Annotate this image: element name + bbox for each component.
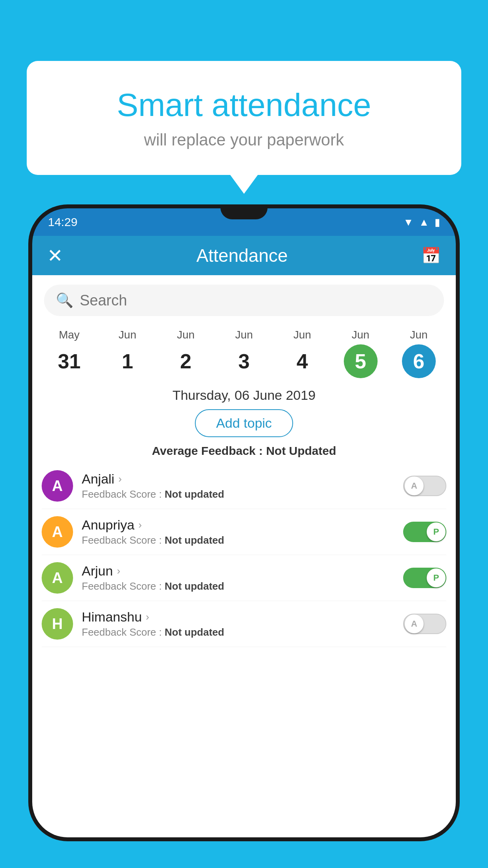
status-time: 14:29	[48, 215, 77, 229]
date-month-5: Jun	[352, 329, 369, 341]
search-input[interactable]	[80, 292, 432, 309]
student-feedback-0: Feedback Score : Not updated	[82, 488, 403, 500]
date-month-2: Jun	[177, 329, 194, 341]
toggle-1[interactable]: P	[403, 522, 446, 542]
student-info-2: Arjun ›Feedback Score : Not updated	[82, 563, 403, 592]
student-row-2: AArjun ›Feedback Score : Not updatedP	[42, 555, 446, 601]
date-col-6[interactable]: Jun6	[402, 329, 436, 378]
chevron-icon-3: ›	[146, 611, 149, 623]
student-feedback-2: Feedback Score : Not updated	[82, 580, 403, 592]
date-num-1[interactable]: 1	[110, 344, 144, 378]
student-name-0[interactable]: Anjali ›	[82, 471, 403, 487]
search-bar[interactable]: 🔍	[44, 285, 444, 316]
toggle-3[interactable]: A	[403, 614, 446, 634]
student-row-0: AAnjali ›Feedback Score : Not updatedA	[42, 463, 446, 509]
student-row-1: AAnupriya ›Feedback Score : Not updatedP	[42, 509, 446, 555]
student-row-3: HHimanshu ›Feedback Score : Not updatedA	[42, 601, 446, 647]
phone-notch	[220, 204, 268, 219]
toggle-knob-0: A	[405, 476, 424, 495]
add-topic-button[interactable]: Add topic	[195, 409, 293, 437]
avatar-3: H	[42, 608, 73, 640]
date-num-6[interactable]: 6	[402, 344, 436, 378]
date-num-5[interactable]: 5	[344, 344, 378, 378]
date-col-2[interactable]: Jun2	[169, 329, 203, 378]
toggle-container-3[interactable]: A	[403, 614, 446, 634]
speech-bubble-area: Smart attendance will replace your paper…	[27, 61, 461, 175]
student-name-2[interactable]: Arjun ›	[82, 563, 403, 579]
header-title: Attendance	[196, 245, 288, 266]
date-col-1[interactable]: Jun1	[110, 329, 144, 378]
selected-date-label: Thursday, 06 June 2019	[32, 388, 456, 403]
toggle-container-2[interactable]: P	[403, 568, 446, 588]
toggle-knob-3: A	[405, 614, 424, 633]
avatar-0: A	[42, 470, 73, 502]
toggle-container-0[interactable]: A	[403, 476, 446, 496]
student-info-1: Anupriya ›Feedback Score : Not updated	[82, 517, 403, 546]
date-col-0[interactable]: May31	[52, 329, 86, 378]
date-row: May31Jun1Jun2Jun3Jun4Jun5Jun6	[32, 322, 456, 378]
student-name-3[interactable]: Himanshu ›	[82, 609, 403, 625]
date-month-3: Jun	[235, 329, 253, 341]
date-num-0[interactable]: 31	[52, 344, 86, 378]
phone-container: 14:29 ▼ ▲ ▮ ✕ Attendance 📅 🔍	[28, 204, 460, 868]
date-month-1: Jun	[119, 329, 136, 341]
chevron-icon-0: ›	[118, 473, 122, 485]
toggle-knob-1: P	[427, 522, 446, 541]
phone-outer: 14:29 ▼ ▲ ▮ ✕ Attendance 📅 🔍	[28, 204, 460, 841]
speech-bubble-subtitle: will replace your paperwork	[50, 131, 438, 149]
close-button[interactable]: ✕	[47, 245, 63, 267]
avg-feedback: Average Feedback : Not Updated	[32, 444, 456, 458]
avg-feedback-value: Not Updated	[266, 444, 336, 457]
date-col-4[interactable]: Jun4	[285, 329, 319, 378]
avatar-1: A	[42, 516, 73, 548]
student-list: AAnjali ›Feedback Score : Not updatedAAA…	[32, 463, 456, 647]
wifi-icon: ▼	[404, 216, 414, 228]
date-month-6: Jun	[410, 329, 427, 341]
date-month-4: Jun	[294, 329, 311, 341]
date-num-3[interactable]: 3	[227, 344, 261, 378]
speech-bubble-title: Smart attendance	[50, 86, 438, 123]
screen-content: 🔍 May31Jun1Jun2Jun3Jun4Jun5Jun6 Thursday…	[32, 275, 456, 837]
student-info-3: Himanshu ›Feedback Score : Not updated	[82, 609, 403, 638]
calendar-icon[interactable]: 📅	[421, 246, 441, 265]
date-num-2[interactable]: 2	[169, 344, 203, 378]
chevron-icon-1: ›	[138, 519, 142, 531]
toggle-0[interactable]: A	[403, 476, 446, 496]
date-col-5[interactable]: Jun5	[344, 329, 378, 378]
avatar-2: A	[42, 562, 73, 594]
signal-icon: ▲	[419, 216, 429, 228]
student-name-1[interactable]: Anupriya ›	[82, 517, 403, 533]
battery-icon: ▮	[435, 216, 440, 228]
search-icon: 🔍	[56, 292, 73, 309]
toggle-2[interactable]: P	[403, 568, 446, 588]
toggle-container-1[interactable]: P	[403, 522, 446, 542]
student-info-0: Anjali ›Feedback Score : Not updated	[82, 471, 403, 500]
phone-inner: 14:29 ▼ ▲ ▮ ✕ Attendance 📅 🔍	[32, 208, 456, 837]
status-icons: ▼ ▲ ▮	[404, 216, 440, 228]
date-col-3[interactable]: Jun3	[227, 329, 261, 378]
chevron-icon-2: ›	[117, 565, 120, 577]
student-feedback-1: Feedback Score : Not updated	[82, 534, 403, 546]
date-num-4[interactable]: 4	[285, 344, 319, 378]
date-month-0: May	[59, 329, 80, 341]
speech-bubble: Smart attendance will replace your paper…	[27, 61, 461, 175]
student-feedback-3: Feedback Score : Not updated	[82, 626, 403, 638]
toggle-knob-2: P	[427, 568, 446, 587]
avg-feedback-prefix: Average Feedback :	[152, 444, 266, 457]
app-header: ✕ Attendance 📅	[32, 236, 456, 275]
